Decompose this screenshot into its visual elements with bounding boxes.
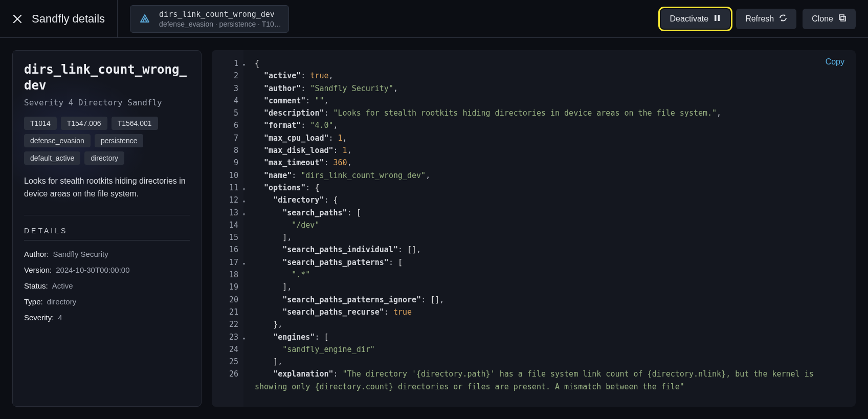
code-line: "explanation": "The directory '{director… — [255, 368, 847, 393]
clone-label: Clone — [812, 14, 833, 24]
gutter-line: 20 — [212, 294, 240, 306]
tag-list: T1014T1547.006T1564.001defense_evasionpe… — [24, 117, 190, 165]
refresh-button[interactable]: Refresh — [736, 9, 796, 29]
code-line: ".*" — [255, 269, 847, 281]
gutter-line: 9 — [212, 157, 240, 169]
gutter-line: 3 — [212, 82, 240, 95]
detail-value: Sandfly Security — [53, 250, 108, 258]
close-icon[interactable] — [12, 14, 23, 24]
gutter-line: 22 — [212, 318, 240, 330]
gutter-line: 24 — [212, 343, 240, 356]
code-line: "sandfly_engine_dir" — [255, 343, 847, 356]
tag[interactable]: T1547.006 — [61, 117, 107, 130]
code-line: "active": true, — [255, 70, 847, 82]
details-header: DETAILS — [24, 227, 190, 240]
detail-label: Status: — [24, 281, 48, 290]
code-line: "search_paths_recurse": true — [255, 306, 847, 318]
sandfly-description: Looks for stealth rootkits hiding direct… — [24, 175, 190, 201]
code-line: ], — [255, 281, 847, 293]
code-line: "directory": { — [255, 194, 847, 206]
gutter-line: 26 — [212, 368, 240, 380]
gutter-line: 7 — [212, 132, 240, 144]
code-line: "search_paths_patterns_ignore": [], — [255, 294, 847, 306]
gutter-line: 13 — [212, 207, 240, 219]
chip-text: dirs_link_count_wrong_dev defense_evasio… — [159, 10, 281, 28]
detail-author: Author: Sandfly Security — [24, 250, 190, 258]
code-line: "comment": "", — [255, 95, 847, 107]
line-gutter: 1234567891011121314151617181920212223242… — [212, 50, 243, 407]
code-line: "search_paths_patterns": [ — [255, 256, 847, 269]
gutter-line: 25 — [212, 356, 240, 368]
detail-severity: Severity: 4 — [24, 313, 190, 322]
code-line: "format": "4.0", — [255, 119, 847, 131]
gutter-line: 21 — [212, 306, 240, 318]
gutter-line: 14 — [212, 219, 240, 231]
detail-label: Severity: — [24, 313, 54, 322]
code-line: "engines": [ — [255, 331, 847, 343]
svg-rect-5 — [841, 16, 845, 21]
gutter-line: 16 — [212, 244, 240, 256]
detail-label: Version: — [24, 266, 52, 274]
gutter-line: 4 — [212, 95, 240, 107]
code-line: "search_paths_individual": [], — [255, 244, 847, 256]
tag[interactable]: directory — [84, 151, 124, 165]
code-line: }, — [255, 318, 847, 330]
svg-rect-2 — [715, 15, 717, 21]
code-line: "author": "Sandfly Security", — [255, 82, 847, 95]
gutter-line: 18 — [212, 269, 240, 281]
tag[interactable]: persistence — [95, 134, 144, 147]
gutter-line: 2 — [212, 70, 240, 82]
sandfly-name: dirs_link_count_wrong_dev — [24, 62, 190, 94]
tag[interactable]: T1564.001 — [112, 117, 158, 130]
gutter-line: 6 — [212, 119, 240, 131]
gutter-line: 19 — [212, 281, 240, 293]
chip-title: dirs_link_count_wrong_dev — [159, 10, 281, 19]
page-title: Sandfly details — [32, 12, 105, 26]
gutter-line: 23 — [212, 331, 240, 343]
code-line: "max_timeout": 360, — [255, 157, 847, 169]
deactivate-label: Deactivate — [670, 14, 709, 24]
copy-icon — [838, 14, 847, 24]
gutter-line: 10 — [212, 169, 240, 182]
detail-value: 4 — [58, 313, 62, 322]
code-line: ], — [255, 356, 847, 368]
code-line: "max_cpu_load": 1, — [255, 132, 847, 144]
deactivate-button[interactable]: Deactivate — [661, 9, 730, 29]
detail-value: directory — [47, 297, 77, 306]
chip-subtitle: defense_evasion · persistence · T10… — [159, 20, 281, 28]
header-bar: Sandfly details dirs_link_count_wrong_de… — [0, 0, 868, 38]
gutter-line: 15 — [212, 231, 240, 244]
detail-status: Status: Active — [24, 281, 190, 290]
divider — [24, 215, 190, 215]
clone-button[interactable]: Clone — [803, 9, 856, 29]
gutter-line: 11 — [212, 182, 240, 194]
detail-type: Type: directory — [24, 297, 190, 306]
refresh-label: Refresh — [745, 14, 774, 24]
tag[interactable]: default_active — [24, 151, 80, 165]
tag[interactable]: T1014 — [24, 117, 57, 130]
tag[interactable]: defense_evasion — [24, 134, 91, 147]
code-line: { — [255, 57, 847, 70]
code-line: "name": "dirs_link_count_wrong_dev", — [255, 169, 847, 182]
sandfly-subtitle: Severity 4 Directory Sandfly — [24, 98, 190, 107]
copy-button[interactable]: Copy — [826, 57, 844, 67]
breadcrumb-chip[interactable]: dirs_link_count_wrong_dev defense_evasio… — [130, 5, 289, 33]
detail-version: Version: 2024-10-30T00:00:00 — [24, 266, 190, 274]
json-editor: Copy 12345678910111213141516171819202122… — [212, 50, 856, 407]
detail-label: Type: — [24, 297, 43, 306]
pause-icon — [714, 14, 721, 24]
content-area: dirs_link_count_wrong_dev Severity 4 Dir… — [0, 38, 868, 419]
code-view[interactable]: { "active": true, "author": "Sandfly Sec… — [243, 50, 856, 407]
refresh-icon — [779, 14, 787, 24]
header-left: Sandfly details — [12, 0, 118, 37]
sandfly-logo-icon — [138, 12, 152, 26]
code-line: "/dev" — [255, 219, 847, 231]
code-line: "options": { — [255, 182, 847, 194]
code-line: "description": "Looks for stealth rootki… — [255, 107, 847, 119]
side-panel: dirs_link_count_wrong_dev Severity 4 Dir… — [12, 50, 202, 407]
gutter-line: 5 — [212, 107, 240, 119]
gutter-line: 8 — [212, 144, 240, 157]
gutter-line: 12 — [212, 194, 240, 206]
detail-value: 2024-10-30T00:00:00 — [56, 266, 129, 274]
code-line: ], — [255, 231, 847, 244]
